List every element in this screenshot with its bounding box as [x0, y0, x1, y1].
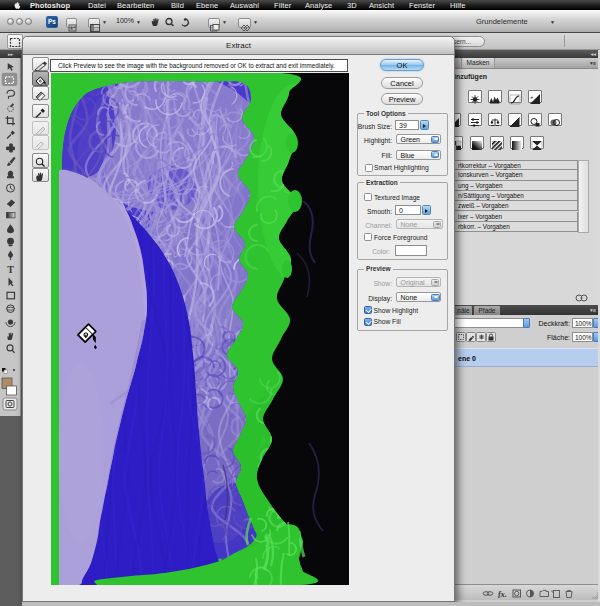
- svg-text:T: T: [7, 264, 14, 275]
- svg-text:fx.: fx.: [498, 590, 507, 599]
- svg-text:+: +: [530, 94, 534, 100]
